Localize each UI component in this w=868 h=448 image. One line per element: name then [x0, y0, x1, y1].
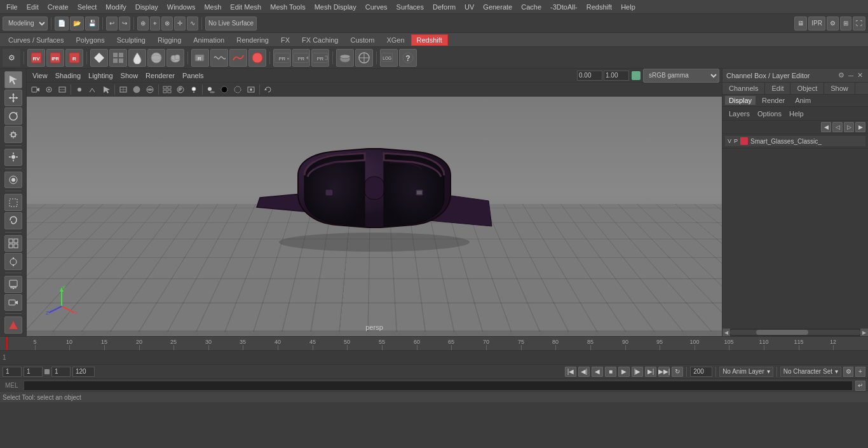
line-tool-btn[interactable]: ∿ [187, 17, 198, 31]
gamma-field[interactable] [577, 71, 602, 81]
prev-frame-btn[interactable]: |◀ [565, 367, 576, 377]
shelf-icon-diamond[interactable] [90, 49, 108, 67]
ui-toggle-btn[interactable]: ⊞ [840, 17, 851, 31]
redo-btn[interactable]: ↪ [119, 17, 130, 31]
menu-mesh[interactable]: Mesh [200, 2, 225, 12]
next-frame-btn[interactable]: ▶| [645, 367, 656, 377]
move-tool[interactable] [4, 90, 22, 107]
current-frame-input[interactable] [24, 367, 43, 377]
mode-dropdown[interactable]: Modeling [3, 17, 48, 31]
shelf-tab-polygons[interactable]: Polygons [70, 34, 110, 46]
menu-uv[interactable]: UV [461, 2, 478, 12]
render-btn[interactable]: 🖥 [794, 17, 807, 31]
menu-help[interactable]: Help [617, 2, 639, 12]
vp-menu-view[interactable]: View [29, 71, 51, 80]
menu-windows[interactable]: Windows [163, 2, 200, 12]
step-back-btn[interactable]: ◀| [578, 367, 590, 377]
vp-grid-btn[interactable] [161, 84, 173, 95]
shelf-icon-sphere[interactable] [147, 49, 165, 67]
shelf-tab-rigging[interactable]: Rigging [152, 34, 187, 46]
layer-icon-2[interactable]: ◁ [832, 122, 843, 132]
paint-effects-tool[interactable] [4, 276, 22, 293]
loop-btn[interactable]: ↻ [672, 367, 683, 377]
vp-textured-btn[interactable] [144, 84, 156, 95]
range-start-input[interactable] [3, 367, 22, 377]
shelf-icon-rv[interactable]: RV [27, 49, 45, 67]
layer-icon-1[interactable]: ◀ [821, 122, 831, 132]
vp-xray-btn[interactable] [231, 84, 244, 95]
last-frame-btn[interactable]: ▶▶| [658, 367, 670, 377]
shelf-icon-pr1[interactable]: PR [273, 49, 291, 67]
fullscreen-btn[interactable]: ⛶ [853, 17, 865, 31]
layers-label[interactable]: Layers [725, 109, 754, 118]
shelf-icon-waveform[interactable] [210, 49, 228, 67]
menu-curves[interactable]: Curves [362, 2, 391, 12]
settings-btn[interactable]: ⚙ [827, 17, 839, 31]
shelf-tab-rendering[interactable]: Rendering [231, 34, 275, 46]
move-tool-btn[interactable]: ✛ [174, 17, 186, 31]
menu-file[interactable]: File [3, 2, 22, 12]
camera-tool[interactable] [4, 294, 22, 311]
shelf-icon-help[interactable]: ? [399, 49, 417, 67]
scroll-track[interactable] [730, 330, 860, 335]
channel-box-settings-btn[interactable]: ⚙ [837, 71, 846, 79]
save-scene-btn[interactable]: 💾 [85, 17, 99, 31]
shelf-tab-redshift[interactable]: Redshift [411, 34, 448, 46]
step-fwd-btn[interactable]: |▶ [632, 367, 643, 377]
menu-select[interactable]: Select [74, 2, 101, 12]
menu-mesh-tools[interactable]: Mesh Tools [266, 2, 309, 12]
shelf-tab-fx-caching[interactable]: FX Caching [296, 34, 344, 46]
vp-ao-btn[interactable] [218, 84, 231, 95]
marquee-tool[interactable] [4, 194, 22, 211]
menu-modify[interactable]: Modify [102, 2, 130, 12]
soft-mod-tool[interactable] [4, 172, 22, 189]
options-label[interactable]: Options [754, 109, 785, 118]
exposure-field[interactable] [604, 71, 629, 81]
menu-generate[interactable]: Generate [479, 2, 516, 12]
paint-tool-btn[interactable]: ⊗ [161, 17, 173, 31]
play-fwd-btn[interactable]: ▶ [618, 367, 630, 377]
redshift-tool[interactable] [4, 316, 22, 334]
scroll-right-btn[interactable]: ▶ [860, 329, 868, 336]
channel-box-minimize-btn[interactable]: ─ [847, 71, 855, 79]
scale-tool[interactable] [4, 126, 22, 143]
vp-camera-persp[interactable] [29, 84, 42, 95]
shelf-icon-bowl[interactable] [336, 49, 354, 67]
menu-create[interactable]: Create [44, 2, 72, 12]
shelf-icon-cloud[interactable] [166, 49, 184, 67]
menu-display[interactable]: Display [132, 2, 162, 12]
colorspace-dropdown[interactable]: sRGB gamma [643, 69, 719, 83]
select-tool-btn[interactable]: ⊕ [137, 17, 149, 31]
no-char-set-dropdown[interactable]: No Character Set ▾ [780, 367, 841, 377]
shelf-icon-snake[interactable] [229, 49, 247, 67]
vp-smooth-btn[interactable] [130, 84, 143, 95]
anim-end-input[interactable] [72, 367, 95, 377]
select-tool[interactable] [4, 71, 22, 88]
lasso-select-tool[interactable] [4, 212, 22, 229]
char-set-btn1[interactable]: ⚙ [843, 367, 853, 377]
timeline-ruler[interactable]: 5101520253035404550556065707580859095100… [0, 337, 868, 351]
cb-subtab-display[interactable]: Display [725, 96, 756, 105]
vp-camera-icon3[interactable] [56, 84, 69, 95]
menu-redshift[interactable]: Redshift [583, 2, 616, 12]
shelf-tab-animation[interactable]: Animation [187, 34, 230, 46]
cb-tab-edit[interactable]: Edit [765, 83, 790, 94]
help-label[interactable]: Help [785, 109, 808, 118]
no-anim-layer-dropdown[interactable]: No Anim Layer ▾ [719, 367, 773, 377]
channel-box-close-btn[interactable]: ✕ [856, 71, 864, 79]
layer-icon-3[interactable]: ▷ [844, 122, 854, 132]
undo-btn[interactable]: ↩ [106, 17, 118, 31]
shelf-icon-drop[interactable] [128, 49, 146, 67]
vp-lighting-btn[interactable] [187, 84, 200, 95]
shelf-icon-log[interactable]: LOG [380, 49, 398, 67]
open-scene-btn[interactable]: 📂 [70, 17, 84, 31]
vp-icon-select[interactable] [100, 84, 112, 95]
shelf-icon-grid[interactable] [109, 49, 127, 67]
char-set-btn2[interactable]: + [855, 367, 865, 377]
grid-display-tool[interactable] [4, 235, 22, 252]
shelf-tab-sculpting[interactable]: Sculpting [111, 34, 151, 46]
shelf-icon-pr2[interactable]: PR [292, 49, 310, 67]
shelf-tab-custom[interactable]: Custom [345, 34, 381, 46]
layer-visibility-p[interactable]: P [734, 138, 738, 144]
shelf-tab-curves[interactable]: Curves / Surfaces [3, 34, 69, 46]
